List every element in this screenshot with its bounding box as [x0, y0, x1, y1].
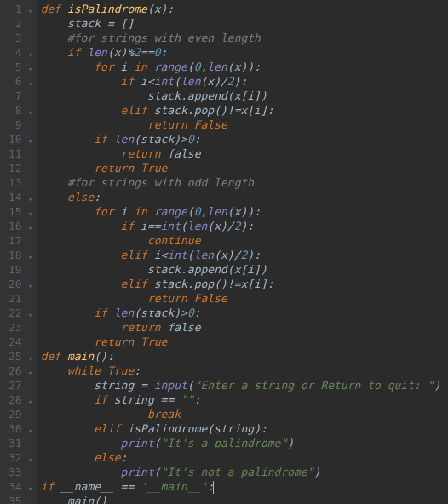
- fold-toggle-icon[interactable]: ▾: [28, 221, 32, 236]
- fold-toggle-icon[interactable]: ▾: [28, 77, 32, 91]
- line-number: 33: [9, 465, 22, 479]
- line-number: 6: [9, 74, 22, 89]
- code-line[interactable]: else:: [41, 450, 448, 465]
- code-line[interactable]: print("It's a palindrome"): [41, 436, 448, 450]
- line-number: 31: [9, 436, 22, 450]
- fold-toggle-icon[interactable]: ▾: [28, 482, 32, 496]
- code-line[interactable]: continue: [41, 233, 448, 248]
- code-line[interactable]: return True: [41, 161, 448, 175]
- code-line[interactable]: return false: [41, 146, 448, 161]
- code-line[interactable]: return false: [41, 320, 448, 335]
- line-number: 3: [9, 31, 22, 45]
- line-number: 7: [9, 89, 22, 103]
- line-number: 17: [9, 233, 22, 248]
- code-line[interactable]: else:: [41, 190, 448, 204]
- code-line[interactable]: if i<int(len(x)/2):: [41, 74, 448, 89]
- line-number: 19: [9, 262, 22, 277]
- code-line[interactable]: elif i<int(len(x)/2):: [41, 248, 448, 262]
- fold-toggle-icon[interactable]: ▾: [28, 424, 32, 438]
- code-line[interactable]: while True:: [41, 364, 448, 378]
- fold-toggle-icon[interactable]: ▾: [28, 352, 32, 366]
- code-line[interactable]: if __name__ == '__main__':: [41, 479, 448, 494]
- code-line[interactable]: return False: [41, 117, 448, 132]
- line-number: 15: [9, 204, 22, 219]
- code-line[interactable]: for i in range(0,len(x)):: [41, 204, 448, 219]
- fold-toggle-icon[interactable]: ▾: [28, 106, 32, 120]
- line-number: 26: [9, 364, 22, 378]
- code-line[interactable]: if i==int(len(x)/2):: [41, 219, 448, 233]
- code-line[interactable]: break: [41, 407, 448, 421]
- code-line[interactable]: return False: [41, 291, 448, 306]
- line-number: 21: [9, 291, 22, 306]
- line-number: 28: [9, 392, 22, 407]
- line-number: 9: [9, 117, 22, 132]
- code-editor[interactable]: 1234567891011121314151617181920212223242…: [0, 0, 448, 504]
- fold-toggle-icon[interactable]: ▾: [28, 4, 32, 19]
- code-line[interactable]: main(): [41, 494, 448, 504]
- line-number: 18: [9, 248, 22, 262]
- line-number: 22: [9, 306, 22, 320]
- line-number: 14: [9, 190, 22, 204]
- code-line[interactable]: def isPalindrome(x):: [41, 2, 448, 16]
- line-number-gutter: 1234567891011121314151617181920212223242…: [0, 0, 27, 504]
- code-line[interactable]: string = input("Enter a string or Return…: [41, 378, 448, 392]
- line-number: 11: [9, 146, 22, 161]
- line-number: 1: [9, 2, 22, 16]
- line-number: 2: [9, 16, 22, 31]
- code-line[interactable]: stack.append(x[i]): [41, 262, 448, 277]
- line-number: 10: [9, 132, 22, 146]
- code-line[interactable]: return True: [41, 335, 448, 349]
- line-number: 23: [9, 320, 22, 335]
- fold-toggle-icon[interactable]: ▾: [28, 207, 32, 221]
- fold-toggle-icon[interactable]: ▾: [28, 366, 32, 381]
- fold-toggle-icon[interactable]: ▾: [28, 250, 32, 265]
- line-number: 12: [9, 161, 22, 175]
- line-number: 32: [9, 450, 22, 465]
- code-line[interactable]: #for strings with odd length: [41, 175, 448, 190]
- line-number: 35: [9, 494, 22, 504]
- fold-toggle-icon[interactable]: ▾: [28, 62, 32, 77]
- line-number: 4: [9, 45, 22, 60]
- line-number: 5: [9, 60, 22, 74]
- code-line[interactable]: elif stack.pop()!=x[i]:: [41, 103, 448, 117]
- line-number: 20: [9, 277, 22, 291]
- code-line[interactable]: if len(stack)>0:: [41, 306, 448, 320]
- fold-toggle-icon[interactable]: ▾: [28, 308, 32, 323]
- code-line[interactable]: stack = []: [41, 16, 448, 31]
- line-number: 13: [9, 175, 22, 190]
- code-line[interactable]: if string == "":: [41, 392, 448, 407]
- code-line[interactable]: #for strings with even length: [41, 31, 448, 45]
- line-number: 16: [9, 219, 22, 233]
- fold-column: ▾▾▾▾▾▾▾▾▾▾▾▾▾▾▾▾▾▾: [27, 0, 37, 504]
- code-line[interactable]: if len(stack)>0:: [41, 132, 448, 146]
- line-number: 27: [9, 378, 22, 392]
- fold-toggle-icon[interactable]: ▾: [28, 135, 32, 149]
- code-area[interactable]: def isPalindrome(x): stack = [] #for str…: [37, 0, 448, 504]
- code-line[interactable]: if len(x)%2==0:: [41, 45, 448, 60]
- fold-toggle-icon[interactable]: ▾: [28, 48, 32, 62]
- code-line[interactable]: elif stack.pop()!=x[i]:: [41, 277, 448, 291]
- fold-toggle-icon[interactable]: ▾: [28, 453, 32, 467]
- line-number: 29: [9, 407, 22, 421]
- line-number: 25: [9, 349, 22, 364]
- code-line[interactable]: stack.append(x[i]): [41, 89, 448, 103]
- fold-toggle-icon[interactable]: ▾: [28, 192, 32, 207]
- code-line[interactable]: for i in range(0,len(x)):: [41, 60, 448, 74]
- line-number: 24: [9, 335, 22, 349]
- code-line[interactable]: def main():: [41, 349, 448, 364]
- line-number: 34: [9, 479, 22, 494]
- code-line[interactable]: elif isPalindrome(string):: [41, 421, 448, 436]
- line-number: 30: [9, 421, 22, 436]
- line-number: 8: [9, 103, 22, 117]
- code-line[interactable]: print("It's not a palindrome"): [41, 465, 448, 479]
- fold-toggle-icon[interactable]: ▾: [28, 395, 32, 410]
- fold-toggle-icon[interactable]: ▾: [28, 279, 32, 294]
